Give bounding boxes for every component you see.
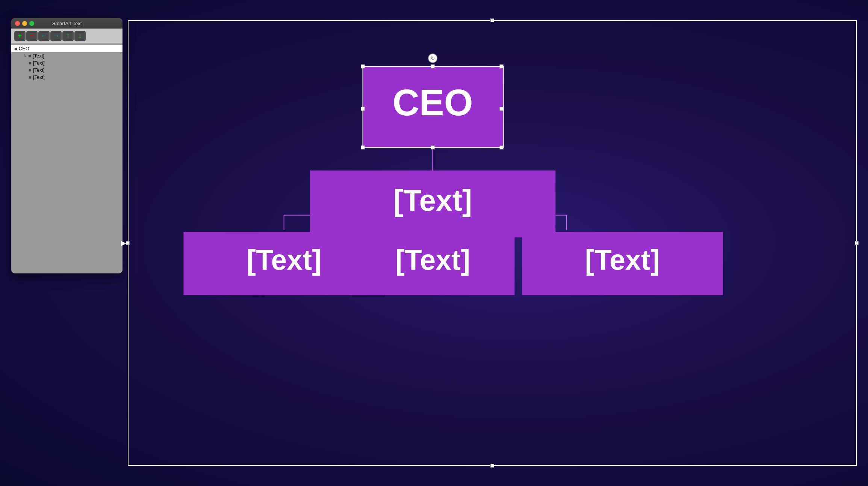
- add-item-button[interactable]: +: [14, 31, 26, 41]
- child1-bullet: ■: [28, 53, 31, 59]
- child2-bullet: ■: [29, 60, 32, 66]
- tree-child3-item[interactable]: ■ [Text]: [11, 66, 122, 74]
- tree-child1-item[interactable]: ↳ ■ [Text]: [11, 52, 122, 59]
- panel-collapse-arrow[interactable]: ▶: [121, 239, 126, 247]
- panel-titlebar: SmartArt Text: [11, 18, 122, 29]
- child4-bullet: ■: [29, 74, 32, 80]
- maximize-button[interactable]: [29, 21, 34, 26]
- tree-child4-item[interactable]: ■ [Text]: [11, 74, 122, 81]
- root-bullet: ■: [14, 46, 17, 51]
- indent-button[interactable]: →: [50, 31, 62, 41]
- close-button[interactable]: [15, 21, 20, 26]
- level3b-text: [Text]: [395, 244, 470, 276]
- move-down-button[interactable]: ↓: [74, 31, 86, 41]
- level2-text: [Text]: [393, 184, 472, 217]
- tree-panel: ■ ↳ ■ [Text] ■ [Text] ■ [Text] ■ [Text]: [11, 44, 122, 273]
- outdent-button[interactable]: ←: [38, 31, 50, 41]
- org-chart-svg: ↻ CEO [Text] [Text] [Text] [Text]: [128, 20, 857, 466]
- window-controls: [15, 21, 34, 26]
- level3c-text: [Text]: [585, 244, 660, 276]
- child3-label: [Text]: [33, 67, 45, 73]
- main-canvas: ↻ CEO [Text] [Text] [Text] [Text]: [128, 20, 857, 466]
- tree-child2-item[interactable]: ■ [Text]: [11, 59, 122, 66]
- handle-mr[interactable]: [500, 107, 504, 111]
- tree-root-item[interactable]: ■: [11, 45, 122, 52]
- smartart-panel: SmartArt Text + − ← → ↑ ↓ ■ ↳ ■ [Text] ■…: [11, 18, 122, 273]
- panel-toolbar: + − ← → ↑ ↓: [11, 29, 122, 44]
- move-up-button[interactable]: ↑: [62, 31, 74, 41]
- child4-label: [Text]: [33, 74, 45, 80]
- child1-label: [Text]: [33, 53, 44, 59]
- child3-bullet: ■: [29, 67, 32, 73]
- root-input[interactable]: [19, 46, 119, 51]
- level3a-text: [Text]: [246, 244, 321, 276]
- minimize-button[interactable]: [22, 21, 27, 26]
- indent-icon: ↳: [23, 53, 27, 58]
- panel-title: SmartArt Text: [52, 21, 82, 26]
- ceo-text: CEO: [392, 82, 473, 124]
- child2-label: [Text]: [33, 60, 45, 66]
- svg-text:↻: ↻: [431, 55, 435, 61]
- remove-item-button[interactable]: −: [26, 31, 38, 41]
